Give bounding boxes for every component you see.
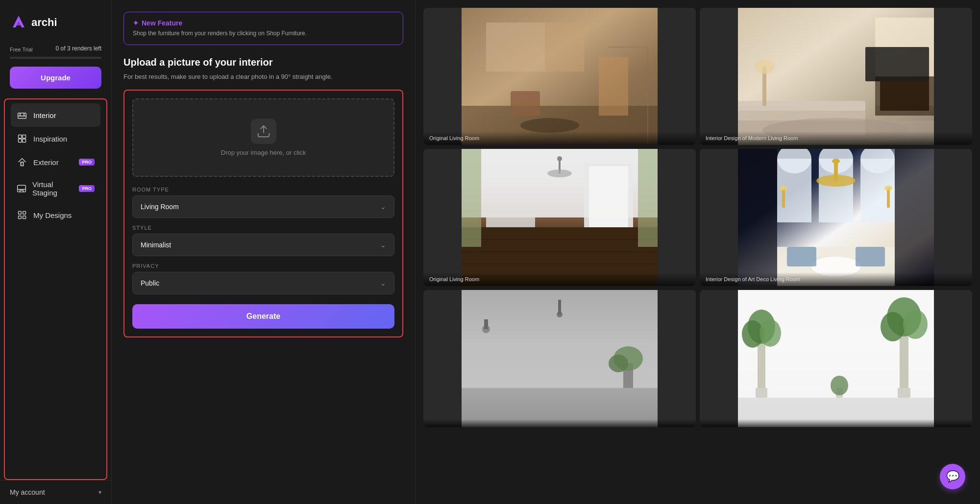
home-icon xyxy=(17,157,27,168)
style-chevron-icon: ⌄ xyxy=(380,241,386,249)
svg-point-93 xyxy=(831,376,848,395)
trial-info: Free Trial 0 of 3 renders left xyxy=(0,41,111,67)
my-account-label: My account xyxy=(10,488,45,496)
drop-zone[interactable]: Drop your image here, or click xyxy=(132,98,394,177)
virtual-staging-pro-badge: PRO xyxy=(79,185,95,192)
inspiration-icon xyxy=(17,133,27,144)
room-type-select[interactable]: Living Room ⌄ xyxy=(132,195,394,218)
drop-zone-text: Drop your image here, or click xyxy=(221,149,306,156)
svg-rect-44 xyxy=(462,149,481,247)
gallery-img-1 xyxy=(423,8,696,145)
room-type-value: Living Room xyxy=(141,203,179,211)
svg-point-60 xyxy=(816,175,856,187)
generate-button[interactable]: Generate xyxy=(132,304,394,329)
gallery-img-3 xyxy=(423,149,696,286)
gallery-img-6 xyxy=(700,290,972,427)
panels-row: ✦ New Feature Shop the furniture from yo… xyxy=(112,0,980,504)
svg-rect-3 xyxy=(20,113,24,116)
designs-icon xyxy=(17,210,27,220)
new-feature-banner: ✦ New Feature Shop the furniture from yo… xyxy=(123,12,403,45)
gallery-caption-5 xyxy=(423,419,696,427)
svg-rect-20 xyxy=(599,57,628,116)
upload-icon xyxy=(251,119,276,144)
privacy-label: PRIVACY xyxy=(132,263,394,269)
style-value: Minimalist xyxy=(141,241,171,249)
upload-form: Drop your image here, or click ROOM TYPE… xyxy=(123,90,403,337)
trial-progress-bar xyxy=(10,57,101,59)
new-feature-description: Shop the furniture from your renders by … xyxy=(133,29,394,38)
privacy-select[interactable]: Public ⌄ xyxy=(132,272,394,294)
gallery-caption-6 xyxy=(700,419,972,427)
svg-rect-65 xyxy=(782,188,785,208)
gallery-item-5[interactable] xyxy=(423,290,696,427)
sidebar-item-my-designs[interactable]: My Designs xyxy=(11,203,100,227)
svg-rect-22 xyxy=(511,91,540,116)
new-feature-title: ✦ New Feature xyxy=(133,19,394,27)
gallery-item-3[interactable]: Original Living Room xyxy=(423,149,696,286)
my-account-button[interactable]: My account ▾ xyxy=(0,480,111,504)
svg-point-90 xyxy=(903,310,928,339)
svg-point-21 xyxy=(520,118,579,133)
upgrade-button[interactable]: Upgrade xyxy=(10,67,101,89)
sidebar-item-virtual-staging[interactable]: Virtual Staging PRO xyxy=(11,174,100,203)
logo-icon xyxy=(10,14,27,31)
svg-rect-43 xyxy=(486,213,535,227)
svg-rect-5 xyxy=(23,135,26,139)
svg-rect-29 xyxy=(738,101,865,111)
svg-rect-10 xyxy=(19,212,22,215)
privacy-value: Public xyxy=(141,279,159,287)
privacy-chevron-icon: ⌄ xyxy=(380,279,386,287)
svg-rect-50 xyxy=(738,149,777,286)
sidebar: archi Free Trial 0 of 3 renders left Upg… xyxy=(0,0,112,504)
gallery-img-2 xyxy=(700,8,972,145)
gallery-item-6[interactable] xyxy=(700,290,972,427)
app-logo: archi xyxy=(0,0,111,41)
room-type-label: ROOM TYPE xyxy=(132,187,394,192)
svg-rect-6 xyxy=(19,139,22,143)
gallery-caption-2: Interior Design of Modern Living Room xyxy=(700,131,972,145)
chat-icon: 💬 xyxy=(946,470,959,483)
svg-rect-12 xyxy=(19,216,22,219)
svg-rect-91 xyxy=(898,388,910,398)
svg-point-66 xyxy=(780,186,787,191)
svg-rect-7 xyxy=(23,139,26,143)
svg-point-68 xyxy=(884,186,892,191)
chevron-down-icon: ▾ xyxy=(98,489,101,496)
sidebar-label-virtual-staging: Virtual Staging xyxy=(32,180,73,197)
svg-point-48 xyxy=(547,169,572,177)
app-name: archi xyxy=(31,16,57,29)
gallery-img-4 xyxy=(700,149,972,286)
chat-support-button[interactable]: 💬 xyxy=(940,464,965,489)
upload-title: Upload a picture of your interior xyxy=(123,57,403,68)
style-select[interactable]: Minimalist ⌄ xyxy=(132,234,394,256)
svg-rect-26 xyxy=(880,81,929,111)
svg-rect-67 xyxy=(887,188,890,208)
room-type-chevron-icon: ⌄ xyxy=(380,203,386,211)
svg-rect-73 xyxy=(484,319,488,329)
svg-rect-45 xyxy=(638,149,658,247)
gallery-item-1[interactable]: Original Living Room xyxy=(423,8,696,145)
trial-renders: 0 of 3 renders left xyxy=(56,45,101,52)
svg-rect-2 xyxy=(18,116,26,119)
svg-rect-51 xyxy=(895,149,934,286)
svg-point-89 xyxy=(881,312,905,341)
upload-subtitle: For best results, make sure to upload a … xyxy=(123,72,403,82)
sidebar-item-exterior[interactable]: Exterior PRO xyxy=(11,150,100,174)
svg-rect-63 xyxy=(787,247,816,266)
svg-point-85 xyxy=(760,319,781,347)
bed-icon xyxy=(17,110,27,120)
svg-rect-4 xyxy=(19,135,22,139)
svg-rect-78 xyxy=(558,300,561,314)
svg-rect-13 xyxy=(23,216,26,219)
sidebar-item-inspiration[interactable]: Inspiration xyxy=(11,127,100,150)
gallery-item-4[interactable]: Interior Design of Art Deco Living Room xyxy=(700,149,972,286)
gallery-img-5 xyxy=(423,290,696,427)
svg-point-76 xyxy=(609,355,628,372)
svg-rect-64 xyxy=(856,247,885,266)
left-panel: ✦ New Feature Shop the furniture from yo… xyxy=(112,0,416,504)
style-label: STYLE xyxy=(132,225,394,231)
gallery-item-2[interactable]: Interior Design of Modern Living Room xyxy=(700,8,972,145)
main-content: ✦ New Feature Shop the furniture from yo… xyxy=(112,0,980,504)
svg-rect-8 xyxy=(21,162,24,166)
sidebar-item-interior[interactable]: Interior xyxy=(11,103,100,127)
